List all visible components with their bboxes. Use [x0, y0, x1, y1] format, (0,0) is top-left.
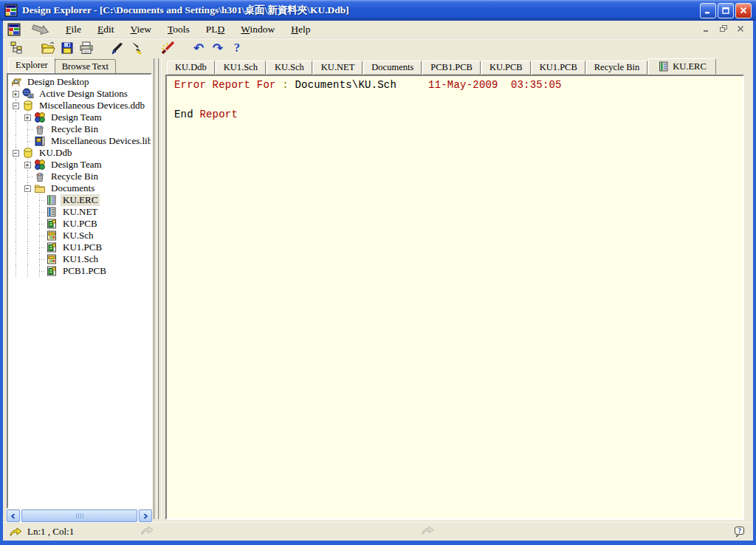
tree-item-ku1-pcb[interactable]: KU1.PCB	[10, 241, 151, 253]
wand-button[interactable]	[158, 40, 177, 57]
cursor-position: Ln:1 , Col:1	[27, 526, 74, 538]
minimize-button[interactable]	[700, 3, 716, 18]
redo-button[interactable]: ↷	[208, 40, 227, 57]
collapse-minus-icon[interactable]: −	[24, 185, 31, 192]
tree-connector: +	[10, 88, 21, 100]
tree-item-ku-erc[interactable]: KU.ERC	[10, 194, 151, 206]
document-tab-ku-net[interactable]: KU.NET	[313, 61, 362, 75]
close-button[interactable]	[735, 3, 752, 18]
menu-view[interactable]: View	[123, 22, 159, 37]
menu-edit[interactable]: Edit	[89, 22, 123, 37]
mdi-minimize-icon	[703, 25, 710, 32]
doc-sch-icon	[46, 230, 58, 241]
panel-splitter[interactable]	[152, 58, 165, 522]
maximize-button[interactable]	[718, 3, 734, 18]
save-button[interactable]	[58, 40, 77, 57]
document-tab-recycle-bin[interactable]: Recycle Bin	[586, 61, 647, 75]
tree-guide	[10, 241, 21, 253]
error-report-editor[interactable]: Error Report For : Documents\KU.Sch 11-M…	[165, 75, 744, 520]
collapse-minus-icon[interactable]: −	[13, 150, 19, 157]
menu-bar: FileEditViewToolsPLDWindowHelp	[3, 21, 753, 38]
document-tab-ku-erc[interactable]: KU.ERC	[648, 58, 716, 75]
tree-connector	[21, 171, 33, 182]
probe-button[interactable]	[127, 40, 146, 57]
tree-item-miscellaneous-devices-lib[interactable]: Miscellaneous Devices.lib	[10, 135, 151, 147]
tree-item-ku-pcb[interactable]: KU.PCB	[10, 218, 151, 230]
tree-guide	[10, 206, 21, 218]
document-tab-ku-pcb[interactable]: KU.PCB	[481, 61, 531, 75]
print-button[interactable]	[77, 40, 96, 57]
document-tab-documents[interactable]: Documents	[363, 61, 422, 75]
app-icon-small	[7, 23, 21, 36]
undo-button[interactable]: ↶	[189, 40, 208, 57]
scrollbar-right-button[interactable]	[139, 510, 152, 522]
tree-item-design-team[interactable]: +Design Team	[10, 159, 151, 171]
tree-item-recycle-bin[interactable]: Recycle Bin	[10, 171, 151, 182]
menu-window[interactable]: Window	[233, 22, 283, 37]
tree-item-recycle-bin[interactable]: Recycle Bin	[10, 123, 151, 135]
help-balloon-icon[interactable]: ?	[733, 526, 746, 538]
document-tab-ku1-pcb[interactable]: KU1.PCB	[532, 61, 585, 75]
tree-item-label: PCB1.PCB	[61, 265, 109, 277]
panel-tab-browse-text[interactable]: Browse Text	[55, 59, 116, 73]
tree-item-ku-net[interactable]: KU.NET	[10, 206, 151, 218]
tree-item-design-team[interactable]: +Design Team	[10, 112, 151, 123]
menu-tools[interactable]: Tools	[159, 22, 198, 37]
panel-tab-explorer[interactable]: Explorer	[8, 58, 55, 73]
tree-guide	[21, 206, 33, 218]
scrollbar-left-button[interactable]	[7, 510, 20, 522]
document-tab-ku-sch[interactable]: KU.Sch	[267, 61, 312, 75]
toolbar-group	[7, 40, 27, 57]
expand-plus-icon[interactable]: +	[13, 91, 19, 97]
open-button[interactable]	[38, 40, 58, 57]
tree-item-miscellaneous-devices-ddb[interactable]: −Miscellaneous Devices.ddb	[10, 100, 151, 112]
tree-guide	[10, 230, 21, 241]
redo-icon: ↷	[213, 42, 223, 55]
document-minimize-button[interactable]	[700, 23, 713, 35]
tree-item-label: Design Desktop	[25, 76, 91, 88]
tree-connector	[33, 230, 45, 241]
team-icon	[34, 159, 46, 171]
cross-probe-button[interactable]	[108, 40, 127, 57]
tree-item-design-desktop[interactable]: Design Desktop	[10, 76, 151, 88]
tree-item-pcb1-pcb[interactable]: PCB1.PCB	[10, 265, 151, 277]
collapse-minus-icon[interactable]: −	[13, 103, 19, 109]
tree-guide	[10, 135, 21, 147]
tree-connector	[21, 135, 33, 147]
document-tab-label: KU.Sch	[275, 62, 304, 73]
undo-icon: ↶	[193, 42, 204, 55]
help-button[interactable]: ?	[227, 40, 247, 57]
expand-plus-icon[interactable]: +	[24, 162, 31, 168]
scrollbar-thumb[interactable]	[21, 510, 137, 522]
menu-help[interactable]: Help	[283, 22, 318, 37]
expand-plus-icon[interactable]: +	[24, 114, 31, 121]
document-tab-ku1-sch[interactable]: KU1.Sch	[216, 61, 266, 75]
cross-probe-icon	[110, 41, 125, 55]
tree-item-ku-ddb[interactable]: −KU.Ddb	[10, 147, 151, 159]
document-close-button[interactable]	[734, 23, 747, 35]
document-tab-pcb1-pcb[interactable]: PCB1.PCB	[422, 61, 481, 75]
tree-item-label: Design Team	[49, 112, 104, 123]
tree-item-label: KU.Sch	[61, 230, 96, 241]
tree-item-label: KU.PCB	[61, 218, 100, 230]
tree-item-label: KU.NET	[61, 206, 100, 218]
navigation-panel: ExplorerBrowse Text Design Desktop+Activ…	[3, 58, 152, 522]
document-tab-label: KU.PCB	[489, 62, 523, 73]
explorer-toggle-button[interactable]	[7, 40, 27, 57]
tree-item-active-design-stations[interactable]: +Active Design Stations	[10, 88, 151, 100]
tree-item-documents[interactable]: −Documents	[10, 182, 151, 194]
doc-pcb-icon	[46, 265, 58, 277]
menu-file[interactable]: File	[58, 22, 89, 37]
status-arrow-gray-icon	[140, 526, 154, 535]
design-tree[interactable]: Design Desktop+Active Design Stations−Mi…	[7, 73, 152, 509]
tree-item-ku-sch[interactable]: KU.Sch	[10, 230, 151, 241]
menu-pld[interactable]: PLD	[198, 22, 233, 37]
tree-connector	[33, 206, 45, 218]
document-tab-ku-ddb[interactable]: KU.Ddb	[167, 61, 215, 75]
mdi-close-icon	[737, 25, 744, 32]
document-restore-button[interactable]	[717, 23, 730, 35]
tree-guide	[21, 230, 33, 241]
tree-guide	[10, 253, 21, 265]
window-title: Design Explorer - [C:\Documents and Sett…	[22, 4, 700, 17]
tree-item-ku1-sch[interactable]: KU1.Sch	[10, 253, 151, 265]
